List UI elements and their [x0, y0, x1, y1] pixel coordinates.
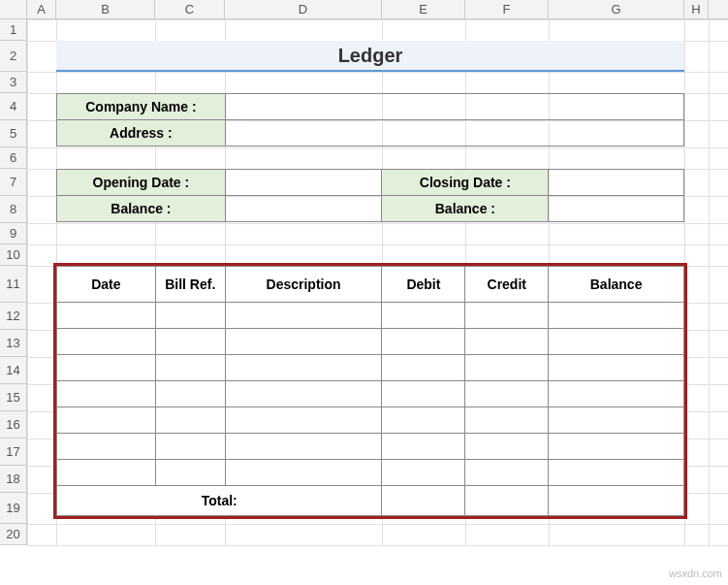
row-header-11[interactable]: 11: [0, 266, 26, 303]
ledger-header-credit: Credit: [465, 267, 549, 303]
row-header-15[interactable]: 15: [0, 384, 26, 411]
ledger-cell[interactable]: [225, 381, 382, 407]
ledger-cell[interactable]: [155, 381, 225, 407]
ledger-cell[interactable]: [382, 460, 465, 486]
ledger-header-bill-ref-: Bill Ref.: [155, 267, 225, 303]
ledger-cell[interactable]: [225, 434, 382, 460]
ledger-header-balance: Balance: [549, 267, 684, 303]
ledger-title: Ledger: [56, 41, 684, 72]
row-header-1[interactable]: 1: [0, 19, 26, 41]
total-balance-cell[interactable]: [549, 486, 684, 516]
col-header-E[interactable]: E: [382, 0, 465, 18]
table-row: [57, 381, 684, 407]
ledger-cell[interactable]: [549, 381, 684, 407]
ledger-cell[interactable]: [57, 355, 156, 381]
row-header-9[interactable]: 9: [0, 223, 26, 244]
ledger-cell[interactable]: [225, 407, 382, 434]
total-debit-cell[interactable]: [382, 486, 465, 516]
col-header-H[interactable]: H: [684, 0, 709, 18]
col-header-F[interactable]: F: [465, 0, 549, 18]
closing-balance-cell[interactable]: [549, 196, 684, 222]
row-header-8[interactable]: 8: [0, 196, 26, 223]
table-row: [57, 460, 684, 486]
ledger-cell[interactable]: [465, 407, 549, 434]
ledger-cell[interactable]: [57, 460, 156, 486]
ledger-header-date: Date: [57, 267, 156, 303]
ledger-cell[interactable]: [549, 460, 684, 486]
total-credit-cell[interactable]: [465, 486, 549, 516]
col-header-C[interactable]: C: [155, 0, 225, 18]
grid-area[interactable]: Ledger Company Name : Address : Opening …: [27, 19, 728, 545]
ledger-selection-box: DateBill Ref.DescriptionDebitCreditBalan…: [53, 263, 687, 519]
ledger-cell[interactable]: [57, 329, 156, 355]
ledger-cell[interactable]: [382, 329, 465, 355]
row-header-14[interactable]: 14: [0, 357, 26, 384]
col-header-G[interactable]: G: [549, 0, 684, 18]
ledger-cell[interactable]: [57, 407, 156, 434]
col-header-D[interactable]: D: [225, 0, 382, 18]
ledger-cell[interactable]: [155, 329, 225, 355]
opening-balance-cell[interactable]: [225, 196, 382, 222]
total-label: Total:: [57, 486, 382, 516]
company-info-table: Company Name : Address :: [56, 93, 684, 146]
address-cell[interactable]: [225, 120, 683, 146]
ledger-cell[interactable]: [382, 407, 465, 434]
row-header-18[interactable]: 18: [0, 466, 26, 493]
ledger-cell[interactable]: [382, 434, 465, 460]
ledger-cell[interactable]: [57, 434, 156, 460]
ledger-cell[interactable]: [225, 303, 382, 329]
ledger-cell[interactable]: [225, 460, 382, 486]
ledger-cell[interactable]: [57, 303, 156, 329]
row-header-19[interactable]: 19: [0, 493, 26, 524]
closing-date-cell[interactable]: [549, 170, 684, 196]
row-header-12[interactable]: 12: [0, 303, 26, 330]
ledger-cell[interactable]: [549, 355, 684, 381]
ledger-cell[interactable]: [155, 407, 225, 434]
row-header-5[interactable]: 5: [0, 120, 26, 147]
row-header-4[interactable]: 4: [0, 93, 26, 120]
ledger-cell[interactable]: [155, 355, 225, 381]
table-row: [57, 434, 684, 460]
ledger-cell[interactable]: [225, 329, 382, 355]
ledger-cell[interactable]: [465, 460, 549, 486]
ledger-cell[interactable]: [382, 381, 465, 407]
col-header-A[interactable]: A: [27, 0, 56, 18]
ledger-cell[interactable]: [57, 381, 156, 407]
row-header-2[interactable]: 2: [0, 41, 26, 72]
ledger-header-debit: Debit: [382, 267, 465, 303]
row-header-10[interactable]: 10: [0, 244, 26, 266]
ledger-cell[interactable]: [549, 407, 684, 434]
ledger-table: DateBill Ref.DescriptionDebitCreditBalan…: [56, 266, 684, 516]
ledger-cell[interactable]: [465, 355, 549, 381]
ledger-cell[interactable]: [382, 303, 465, 329]
row-header-6[interactable]: 6: [0, 147, 26, 169]
company-name-cell[interactable]: [225, 94, 683, 120]
row-header-13[interactable]: 13: [0, 330, 26, 357]
total-row: Total:: [57, 486, 684, 516]
ledger-cell[interactable]: [155, 303, 225, 329]
ledger-cell[interactable]: [225, 355, 382, 381]
opening-date-cell[interactable]: [225, 170, 382, 196]
ledger-cell[interactable]: [465, 381, 549, 407]
table-row: [57, 329, 684, 355]
closing-balance-label: Balance :: [382, 196, 549, 222]
ledger-cell[interactable]: [549, 303, 684, 329]
ledger-cell[interactable]: [465, 434, 549, 460]
col-header-B[interactable]: B: [56, 0, 155, 18]
ledger-cell[interactable]: [382, 355, 465, 381]
select-all-corner[interactable]: [0, 0, 27, 18]
ledger-cell[interactable]: [549, 329, 684, 355]
ledger-cell[interactable]: [549, 434, 684, 460]
ledger-header-description: Description: [225, 267, 382, 303]
column-headers: ABCDEFGH: [0, 0, 728, 19]
row-header-17[interactable]: 17: [0, 439, 26, 466]
row-header-3[interactable]: 3: [0, 72, 26, 93]
ledger-cell[interactable]: [465, 303, 549, 329]
row-header-7[interactable]: 7: [0, 169, 26, 196]
row-header-20[interactable]: 20: [0, 524, 26, 545]
ledger-cell[interactable]: [155, 460, 225, 486]
row-header-16[interactable]: 16: [0, 411, 26, 439]
table-row: [57, 303, 684, 329]
ledger-cell[interactable]: [465, 329, 549, 355]
ledger-cell[interactable]: [155, 434, 225, 460]
